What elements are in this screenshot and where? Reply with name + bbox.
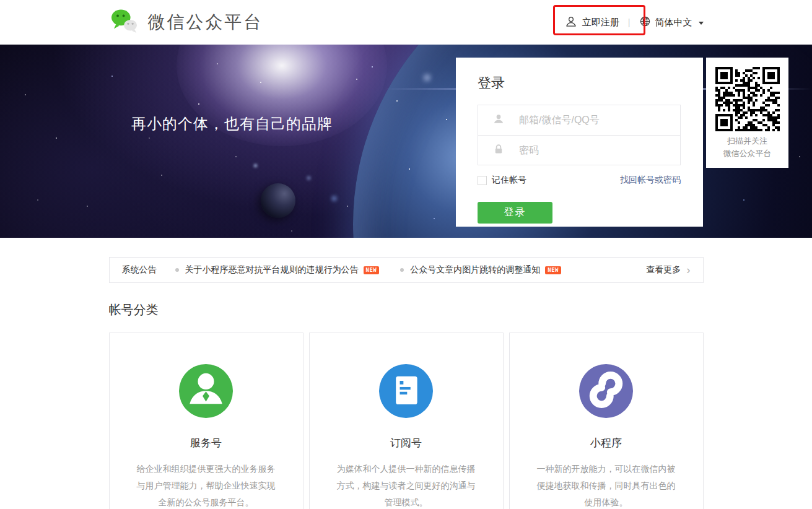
card-description: 给企业和组织提供更强大的业务服务与用户管理能力，帮助企业快速实现全新的公众号服务… (134, 461, 278, 509)
card-description: 一种新的开放能力，可以在微信内被便捷地获取和传播，同时具有出色的使用体验。 (535, 461, 678, 509)
view-more-label: 查看更多 (646, 264, 681, 276)
bullet-icon (400, 268, 404, 272)
login-title: 登录 (478, 74, 681, 92)
register-link[interactable]: 立即注册 (565, 15, 619, 30)
qr-caption-line2: 微信公众平台 (706, 147, 788, 160)
bullet-icon (175, 268, 179, 272)
new-badge: NEW (364, 266, 380, 274)
card-miniprogram[interactable]: 小程序 一种新的开放能力，可以在微信内被便捷地获取和传播，同时具有出色的使用体验… (509, 333, 704, 509)
remember-checkbox[interactable] (478, 176, 487, 185)
qr-panel: 扫描并关注 微信公众平台 (706, 58, 788, 168)
new-badge: NEW (545, 266, 561, 274)
account-type-cards: 服务号 给企业和组织提供更强大的业务服务与用户管理能力，帮助企业快速实现全新的公… (109, 333, 704, 509)
lock-icon (493, 144, 504, 157)
card-title: 小程序 (510, 436, 703, 450)
header-divider: | (628, 17, 631, 27)
qr-caption-line1: 扫描并关注 (706, 135, 788, 147)
card-service-account[interactable]: 服务号 给企业和组织提供更强大的业务服务与用户管理能力，帮助企业快速实现全新的公… (109, 333, 303, 509)
password-input[interactable] (518, 144, 660, 157)
miniprogram-icon (579, 364, 633, 418)
chevron-right-icon: › (686, 264, 690, 276)
user-outline-icon (565, 15, 577, 30)
announcement-title: 关于小程序恶意对抗平台规则的违规行为公告 (185, 264, 359, 276)
forgot-password-link[interactable]: 找回帐号或密码 (620, 175, 681, 186)
announcement-link-1[interactable]: 关于小程序恶意对抗平台规则的违规行为公告 NEW (175, 264, 380, 276)
wechat-logo-icon (109, 8, 140, 37)
account-input[interactable] (518, 114, 660, 126)
login-button[interactable]: 登录 (478, 202, 552, 224)
miniprogram-s-icon (579, 363, 633, 419)
login-options: 记住帐号 找回帐号或密码 (478, 175, 681, 186)
header-actions: 立即注册 | 简体中文 (565, 15, 704, 30)
account-field-row (478, 105, 680, 135)
wechat-mp-homepage: 微信公众平台 立即注册 | (0, 0, 812, 509)
section-title-account-types: 帐号分类 (109, 302, 704, 318)
remember-label: 记住帐号 (492, 175, 526, 186)
announcement-bar: 系统公告 关于小程序恶意对抗平台规则的违规行为公告 NEW 公众号文章内图片跳转… (109, 257, 704, 283)
announcement-title: 公众号文章内图片跳转的调整通知 (410, 264, 540, 276)
small-planet (261, 183, 295, 218)
card-title: 订阅号 (310, 436, 503, 450)
announcement-link-2[interactable]: 公众号文章内图片跳转的调整通知 NEW (400, 264, 561, 276)
glow-stars (0, 45, 2, 46)
main-content: 系统公告 关于小程序恶意对抗平台规则的违规行为公告 NEW 公众号文章内图片跳转… (0, 257, 812, 509)
language-label: 简体中文 (655, 17, 692, 28)
remember-account[interactable]: 记住帐号 (478, 175, 526, 186)
globe-icon (639, 15, 651, 29)
qr-code (715, 67, 780, 131)
site-title: 微信公众平台 (148, 11, 263, 34)
register-label: 立即注册 (582, 17, 619, 28)
person-icon (179, 363, 233, 419)
announcement-label: 系统公告 (122, 264, 157, 276)
document-icon (379, 363, 433, 419)
login-panel: 登录 (456, 58, 703, 227)
user-icon (493, 113, 504, 127)
hero-banner: 再小的个体，也有自己的品牌 登录 (0, 45, 812, 238)
language-selector[interactable]: 简体中文 (639, 15, 704, 29)
card-title: 服务号 (110, 436, 303, 450)
brand[interactable]: 微信公众平台 (109, 8, 263, 37)
password-field-row (478, 135, 680, 165)
hero-tagline: 再小的个体，也有自己的品牌 (131, 114, 333, 134)
header: 微信公众平台 立即注册 | (0, 0, 812, 45)
login-fields (478, 105, 681, 165)
card-subscription-account[interactable]: 订阅号 为媒体和个人提供一种新的信息传播方式，构建与读者之间更好的沟通与管理模式… (309, 333, 504, 509)
service-account-icon (179, 364, 233, 418)
chevron-down-icon (699, 22, 704, 25)
view-more-link[interactable]: 查看更多 › (646, 264, 690, 276)
subscription-account-icon (379, 364, 433, 418)
card-description: 为媒体和个人提供一种新的信息传播方式，构建与读者之间更好的沟通与管理模式。 (334, 461, 478, 509)
